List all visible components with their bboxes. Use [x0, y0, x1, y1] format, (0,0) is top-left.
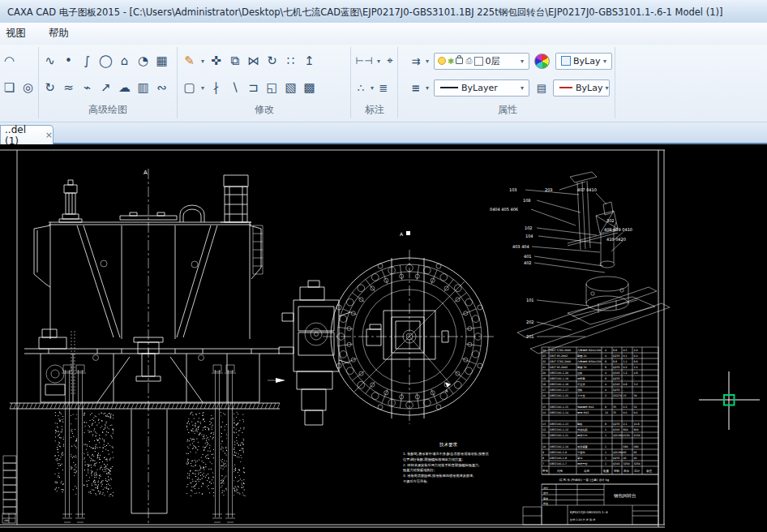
- table-icon[interactable]: ▦: [152, 50, 171, 71]
- cloudline-icon[interactable]: ∾: [152, 77, 171, 98]
- svg-text:3250: 3250: [623, 462, 630, 466]
- document-tab[interactable]: ..del (1) ×: [0, 125, 54, 144]
- menu-help[interactable]: 帮助: [37, 27, 80, 41]
- technical-notes: 技术要求 1. 装配前,将各零件清洗干净,配合表面涂润滑油脂,按图示 位置进行装…: [402, 442, 489, 483]
- svg-text:9.6: 9.6: [634, 411, 638, 414]
- sheet-frame: [0, 150, 665, 527]
- mirror-icon[interactable]: ⋈: [244, 50, 263, 71]
- svg-text:16: 16: [542, 394, 546, 397]
- svg-text:3. 涂装前表面除锈,按涂装规范喷涂底漆及面漆,: 3. 涂装前表面除锈,按涂装规范喷涂底漆及面漆,: [403, 474, 474, 478]
- svg-text:302: 302: [606, 218, 615, 223]
- arc-tool-icon[interactable]: ◠: [0, 50, 19, 71]
- svg-text:驱动装置: 驱动装置: [577, 445, 589, 448]
- chevron-down-icon[interactable]: ▾: [199, 58, 207, 65]
- select-rect-icon[interactable]: ▢: [180, 77, 199, 98]
- svg-text:2.1: 2.1: [623, 423, 628, 426]
- stretch-icon[interactable]: ↥: [300, 50, 319, 71]
- svg-text:垫圈 30: 垫圈 30: [577, 366, 586, 369]
- svg-text:地脚螺栓 M42: 地脚螺栓 M42: [576, 405, 594, 409]
- group-label-properties: 属性: [401, 103, 615, 117]
- svg-text:支承座: 支承座: [577, 394, 585, 397]
- svg-text:压板: 压板: [577, 371, 583, 375]
- hatch-icon[interactable]: ▤: [534, 77, 549, 98]
- arc-circle-icon[interactable]: ◔: [134, 50, 152, 71]
- svg-text:1: 1: [605, 451, 606, 454]
- chevron-down-icon[interactable]: ▾: [368, 84, 376, 92]
- svg-text:46: 46: [634, 457, 637, 460]
- svg-text:-: -: [634, 388, 635, 392]
- arrow-icon[interactable]: ↗: [96, 77, 115, 98]
- cloud-icon[interactable]: ☁: [115, 77, 134, 98]
- format-brush-icon[interactable]: ✎: [180, 50, 199, 71]
- color-wheel-icon[interactable]: [534, 54, 550, 69]
- ribbon-group-draw: ∿ • ∫ ◯ ⌂ ◔ ▦ ↻ ≈ ⌁ ↗ ☁ ▥ ∾ 高级绘图: [41, 45, 175, 122]
- svg-text:8: 8: [605, 366, 606, 369]
- move-icon[interactable]: ✜: [207, 50, 225, 71]
- layer-combo[interactable]: ✱ ⎙ 0层 ▾: [434, 53, 529, 70]
- trim-icon[interactable]: ∖: [225, 77, 244, 98]
- svg-text:批准: 批准: [543, 502, 548, 505]
- svg-text:2: 2: [605, 394, 606, 397]
- copy-icon[interactable]: ⧉: [225, 50, 244, 71]
- svg-text:108: 108: [523, 198, 531, 203]
- drawing-canvas[interactable]: A A A: [0, 144, 767, 532]
- revolve-icon[interactable]: ↻: [41, 77, 59, 98]
- svg-text:4.8: 4.8: [634, 371, 638, 375]
- linewidth-sample: [559, 87, 572, 88]
- point-icon[interactable]: •: [59, 50, 78, 71]
- formula-curve-icon[interactable]: ∫: [78, 50, 96, 71]
- chevron-down-icon[interactable]: ▾: [602, 84, 611, 92]
- close-icon[interactable]: ×: [45, 130, 53, 140]
- chevron-down-icon[interactable]: ▾: [518, 58, 526, 65]
- polygon-icon[interactable]: ⌂: [115, 50, 134, 71]
- svg-text:Q235: Q235: [613, 366, 620, 369]
- block-icon[interactable]: ▩: [300, 77, 319, 98]
- svg-text:A: A: [144, 169, 148, 176]
- array-icon[interactable]: ∷: [281, 50, 300, 71]
- svg-text:8.8: 8.8: [634, 360, 638, 363]
- layer-plot-icon: ⎙: [465, 56, 472, 66]
- layer-combo-value: 0层: [485, 55, 499, 67]
- linewidth-combo[interactable]: ByLay ▾: [553, 79, 610, 97]
- svg-text:95: 95: [634, 451, 637, 454]
- svg-text:15: 15: [542, 405, 546, 409]
- viewport-icon[interactable]: ◎: [19, 77, 37, 98]
- corner-icon[interactable]: ◱: [263, 77, 281, 98]
- dimension-icon[interactable]: ⊢⊣: [354, 50, 375, 71]
- region-icon[interactable]: ❏: [0, 77, 19, 98]
- constraint-icon[interactable]: ∴: [354, 77, 368, 98]
- svg-text:13: 13: [542, 423, 546, 426]
- rotate-icon[interactable]: ↻: [263, 50, 281, 71]
- wave-icon[interactable]: ≈: [59, 77, 78, 98]
- lineweight-icon[interactable]: ≡: [409, 77, 423, 98]
- extend-icon[interactable]: ⊐: [244, 77, 263, 98]
- zigzag-icon[interactable]: ⌁: [78, 77, 96, 98]
- chevron-down-icon[interactable]: ▾: [375, 58, 383, 65]
- break-icon[interactable]: ∤: [207, 77, 225, 98]
- linewidth-combo-value: ByLay: [576, 83, 602, 93]
- hole-axis-icon[interactable]: ▥: [134, 77, 152, 98]
- chevron-down-icon[interactable]: ▾: [423, 84, 431, 92]
- svg-text:审核: 审核: [543, 497, 548, 500]
- style-manager-icon[interactable]: ⇉: [409, 50, 423, 71]
- chevron-down-icon[interactable]: ▾: [199, 84, 207, 92]
- linetype-combo[interactable]: ByLayer ▾: [434, 79, 529, 97]
- svg-text:GBS3101.1-18: GBS3101.1-18: [550, 383, 568, 386]
- svg-text:1: 1: [605, 457, 606, 460]
- detail-callouts: 103 203 407 0410 108 0404 405 406 102 10…: [490, 187, 632, 339]
- chevron-down-icon[interactable]: ▾: [518, 84, 526, 92]
- chevron-down-icon[interactable]: ▾: [601, 58, 609, 65]
- coordinate-icon[interactable]: ⌖: [383, 50, 397, 71]
- solid-icon[interactable]: ▧: [281, 77, 300, 98]
- chevron-down-icon[interactable]: ▾: [423, 58, 431, 65]
- svg-text:GB/T 5782-2000: GB/T 5782-2000: [550, 360, 571, 363]
- text-annotate-icon[interactable]: ≣: [376, 77, 391, 98]
- svg-text:18: 18: [542, 383, 546, 386]
- menu-view[interactable]: 视图: [0, 27, 37, 41]
- ellipse-icon[interactable]: ◯: [96, 50, 115, 71]
- svg-text:201: 201: [526, 334, 534, 339]
- svg-text:1: 1: [605, 434, 606, 437]
- color-combo[interactable]: ByLay ▾: [555, 53, 612, 70]
- spline-icon[interactable]: ∿: [41, 50, 59, 71]
- svg-text:序号: 序号: [542, 469, 549, 473]
